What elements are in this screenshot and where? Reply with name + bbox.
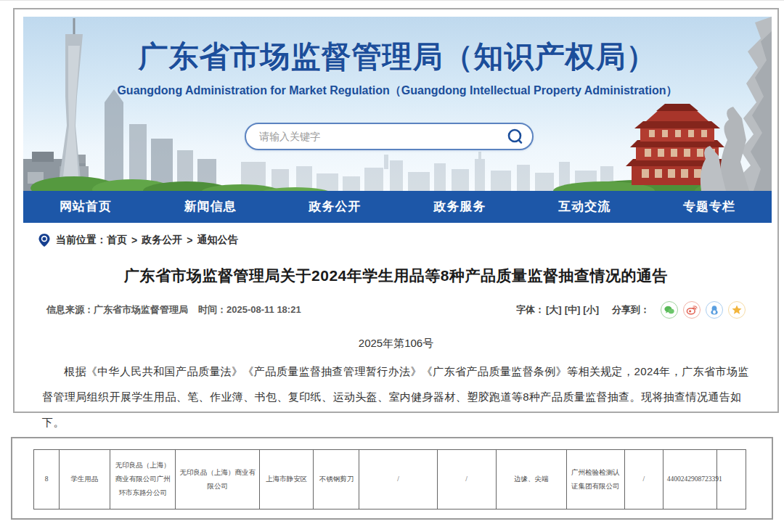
cell-seller: 无印良品（上海）商业有限公司广州环市东路分公司 — [110, 450, 176, 510]
cell-failed-items: 边缘、尖端 — [496, 450, 566, 510]
nav-item-topics[interactable]: 专题专栏 — [647, 191, 772, 223]
article-content: 当前位置： 首页 > 政务公开 > 通知公告 广东省市场监督管理局关于2024年… — [23, 223, 769, 435]
nav-item-interact[interactable]: 互动交流 — [522, 191, 647, 223]
cell-manufacturer: 无印良品（上海）商业有限公司 — [176, 450, 260, 510]
article-meta: 信息来源：广东省市场监督管理局时间：2025-08-11 18:21 字体： [… — [38, 301, 754, 319]
source-label: 信息来源： — [46, 304, 94, 315]
share-qzone-icon[interactable] — [728, 301, 746, 319]
location-pin-icon — [38, 233, 51, 247]
cell-product-category: 学生用品 — [60, 450, 110, 510]
article-source-time: 信息来源：广东省市场监督管理局时间：2025-08-11 18:21 — [46, 303, 301, 316]
document-number: 2025年第106号 — [38, 337, 754, 351]
font-size-large-button[interactable]: [大] — [546, 303, 562, 316]
font-size-medium-button[interactable]: [中] — [565, 303, 581, 316]
main-nav: 网站首页 新闻信息 政务公开 政务服务 互动交流 专题专栏 — [23, 191, 772, 223]
search-icon[interactable] — [506, 127, 525, 146]
cell-remark: / — [624, 450, 663, 510]
share-qq-icon[interactable] — [706, 301, 723, 319]
cell-index: 8 — [34, 450, 60, 510]
share-wechat-icon[interactable] — [661, 301, 678, 319]
cell-batch: / — [437, 450, 496, 510]
cell-testing-agency: 广州检验检测认证集团有限公司 — [566, 450, 624, 510]
share-label: 分享到： — [612, 303, 650, 316]
main-panel: 广东省市场监督管理局（知识产权局） Guangdong Administrati… — [13, 8, 779, 413]
inspection-result-table: 8 学生用品 无印良品（上海）商业有限公司广州环市东路分公司 无印良品（上海）商… — [33, 449, 746, 510]
breadcrumb-prefix: 当前位置： — [56, 234, 107, 247]
nav-item-home[interactable]: 网站首页 — [23, 191, 148, 223]
site-subtitle: Guangdong Administration for Market Regu… — [23, 83, 772, 99]
nav-item-news[interactable]: 新闻信息 — [148, 191, 273, 223]
search-input[interactable] — [259, 131, 506, 142]
nav-item-services[interactable]: 政务服务 — [397, 191, 522, 223]
breadcrumb-gov-open[interactable]: 政务公开 — [142, 234, 182, 247]
cell-region: 上海市静安区 — [260, 450, 314, 510]
time-value: 2025-08-11 18:21 — [226, 304, 301, 315]
font-size-small-button[interactable]: [小] — [583, 303, 599, 316]
breadcrumb-separator: > — [131, 234, 137, 246]
article-title: 广东省市场监督管理局关于2024年学生用品等8种产品质量监督抽查情况的通告 — [38, 266, 754, 286]
result-table-panel: 8 学生用品 无印良品（上海）商业有限公司广州环市东路分公司 无印良品（上海）商… — [11, 437, 773, 520]
time-label: 时间： — [198, 304, 226, 315]
breadcrumb-notices[interactable]: 通知公告 — [197, 234, 237, 247]
font-and-share-tools: 字体： [大] [中] [小] 分享到： — [516, 301, 746, 319]
article-paragraph: 根据《中华人民共和国产品质量法》《产品质量监督抽查管理暂行办法》《广东省产品质量… — [38, 359, 754, 435]
cell-product-name: 不锈钢剪刀 — [314, 450, 359, 510]
nav-item-gov-open[interactable]: 政务公开 — [273, 191, 398, 223]
breadcrumb: 当前位置： 首页 > 政务公开 > 通知公告 — [38, 233, 754, 247]
share-weibo-icon[interactable] — [683, 301, 701, 319]
source-value: 广东省市场监督管理局 — [94, 304, 188, 315]
search-bar — [245, 123, 534, 150]
cell-task-number: 4400242908723391 — [663, 450, 716, 510]
table-row: 8 学生用品 无印良品（上海）商业有限公司广州环市东路分公司 无印良品（上海）商… — [34, 450, 746, 510]
site-title: 广东省市场监督管理局（知识产权局） — [23, 37, 772, 77]
header-banner: 广东省市场监督管理局（知识产权局） Guangdong Administrati… — [23, 17, 772, 191]
breadcrumb-home[interactable]: 首页 — [107, 234, 127, 247]
breadcrumb-separator: > — [187, 234, 192, 246]
cell-spec: / — [359, 450, 437, 510]
font-size-label: 字体： — [516, 303, 544, 316]
